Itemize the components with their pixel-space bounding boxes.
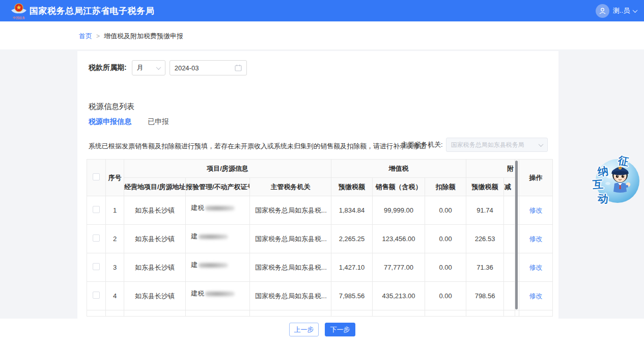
page: 中国税务 国家税务总局江苏省电子税务局 测..员 首页 > 增值税及附加税费预缴… (0, 0, 644, 340)
row-address: 如东县长沙镇 (124, 282, 186, 310)
assistant-char: 纳 (597, 164, 609, 179)
row-sales: 435,213.00 (373, 282, 425, 310)
tax-authority-field: 主管税务机关: 国家税务总局如东县税务局 (401, 138, 548, 152)
table-row: 2 如东县长沙镇 建 国家税务总局如东县税... 2,265.25 123,45… (87, 225, 553, 253)
modify-link[interactable]: 修改 (529, 206, 543, 214)
row-surtax-prepay: 798.56 (466, 282, 504, 310)
tab-already-declared[interactable]: 已申报 (148, 117, 169, 130)
row-address: 如东县长沙镇 (124, 253, 186, 282)
modify-link[interactable]: 修改 (529, 292, 543, 300)
breadcrumb: 首页 > 增值税及附加税费预缴申报 (79, 32, 183, 41)
period-date-input[interactable]: 2024-03 (170, 60, 247, 75)
page-title: 国家税务总局江苏省电子税务局 (30, 5, 154, 17)
tax-source-table: 序号 项目/房源信息 增值税 附 操作 经营地项目/房源地址 报验管理/不动产权… (87, 159, 552, 317)
row-surtax-prepay: 91.74 (466, 196, 504, 225)
modify-link[interactable]: 修改 (529, 264, 543, 271)
col-action: 操作 (519, 160, 553, 196)
section-title: 税源信息列表 (89, 102, 134, 112)
tax-interaction-assistant-widget[interactable]: 征 纳 互 动 (586, 153, 644, 222)
row-seq: 4 (106, 282, 124, 310)
assistant-char: 动 (597, 191, 609, 206)
select-all-checkbox[interactable] (93, 173, 100, 180)
chevron-down-icon (633, 8, 638, 13)
select-all-cell (87, 160, 106, 196)
row-authority: 国家税务总局如东县税... (250, 196, 331, 225)
row-vat-prepay: 7,985.56 (331, 282, 373, 310)
row-seq: 3 (106, 253, 124, 282)
table-vertical-scrollbar[interactable] (515, 161, 518, 309)
prefill-notice-text: 系统已根据发票销售额及扣除额进行预填，若存在未开票收入或系统未归集到的销售额及扣… (89, 142, 404, 151)
breadcrumb-bar: 首页 > 增值税及附加税费预缴申报 (0, 21, 644, 49)
row-address: 如东县长沙镇 (124, 196, 186, 225)
tax-period-label: 税款所属期: (89, 63, 127, 72)
row-checkbox[interactable] (93, 206, 100, 213)
main-content-card: 税款所属期: 月 2024-03 税源信息列表 税源申报信息 已申报 系统已根据… (77, 51, 558, 319)
col-clipped: 减 (504, 178, 515, 196)
row-deduct: 0.00 (425, 225, 466, 253)
row-checkbox[interactable] (93, 263, 100, 270)
row-seq: 1 (106, 196, 124, 225)
row-authority: 国家税务总局如东县税... (250, 253, 331, 282)
chevron-down-icon (538, 142, 543, 147)
row-clipped-cell (504, 282, 515, 310)
col-address: 经营地项目/房源地址 (124, 178, 186, 196)
tax-authority-value: 国家税务总局如东县税务局 (451, 141, 524, 149)
row-vat-prepay: 1,834.84 (331, 196, 373, 225)
breadcrumb-separator: > (96, 33, 100, 40)
table-row: 4 如东县长沙镇 建税 国家税务总局如东县税... 7,985.56 435,2… (87, 282, 553, 310)
modify-link[interactable]: 修改 (529, 235, 543, 243)
row-seq: 2 (106, 225, 124, 253)
breadcrumb-home-link[interactable]: 首页 (79, 32, 92, 41)
col-cert: 报验管理/不动产权证号 (186, 178, 250, 196)
col-surtax-prepay: 预缴税额 (466, 178, 504, 196)
colgroup-surtax-clipped: 附 (466, 160, 515, 178)
tax-period-row: 税款所属期: 月 2024-03 (89, 60, 247, 75)
calendar-icon (235, 64, 242, 71)
chevron-down-icon (156, 65, 161, 70)
footer-bar: 上一步 下一步 (0, 319, 644, 340)
row-clipped-cell (504, 253, 515, 282)
breadcrumb-current: 增值税及附加税费预缴申报 (104, 32, 183, 41)
row-sales: 99,999.00 (373, 196, 425, 225)
row-deduct: 0.00 (425, 253, 466, 282)
row-checkbox[interactable] (93, 292, 100, 299)
row-cert-redacted: 建税 (186, 282, 250, 310)
redaction-smudge (199, 263, 228, 268)
tax-authority-select[interactable]: 国家税务总局如东县税务局 (446, 138, 548, 152)
period-type-select[interactable]: 月 (132, 60, 165, 75)
row-checkbox[interactable] (93, 234, 100, 242)
next-step-button[interactable]: 下一步 (325, 323, 355, 336)
row-deduct: 0.00 (425, 282, 466, 310)
row-authority: 国家税务总局如东县税... (250, 282, 331, 310)
user-avatar[interactable] (596, 4, 609, 18)
row-authority: 国家税务总局如东县税... (250, 225, 331, 253)
person-icon (599, 7, 606, 15)
user-name: 测..员 (613, 6, 630, 15)
row-cert-redacted: 建 (186, 253, 250, 282)
tax-authority-label: 主管税务机关: (401, 140, 443, 149)
col-authority: 主管税务机关 (250, 178, 331, 196)
colgroup-vat: 增值税 (331, 160, 466, 178)
period-date-value: 2024-03 (175, 64, 199, 72)
period-type-value: 月 (137, 63, 144, 72)
row-clipped-cell (504, 196, 515, 225)
tabs: 税源申报信息 已申报 (89, 117, 169, 130)
table-row: 1 如东县长沙镇 建税 国家税务总局如东县税... 1,834.84 99,99… (87, 196, 553, 225)
user-menu[interactable]: 测..员 (596, 0, 637, 21)
colgroup-project-info: 项目/房源信息 (124, 160, 331, 178)
col-deduct: 扣除额 (425, 178, 466, 196)
svg-text:中国税务: 中国税务 (13, 16, 25, 20)
row-address: 如东县长沙镇 (124, 225, 186, 253)
col-sales: 销售额（含税） (373, 178, 425, 196)
row-sales: 77,777.00 (373, 253, 425, 282)
redaction-smudge (205, 205, 235, 211)
row-clipped-cell (504, 225, 515, 253)
tab-taxsource-declare-info[interactable]: 税源申报信息 (89, 117, 131, 130)
previous-step-button[interactable]: 上一步 (289, 323, 319, 336)
tax-bureau-logo-icon: 中国税务 (10, 2, 27, 20)
row-vat-prepay: 2,265.25 (331, 225, 373, 253)
top-header-bar: 中国税务 国家税务总局江苏省电子税务局 测..员 (0, 0, 644, 21)
row-sales: 123,456.00 (373, 225, 425, 253)
col-vat-prepay: 预缴税额 (331, 178, 373, 196)
col-seq: 序号 (106, 160, 124, 196)
